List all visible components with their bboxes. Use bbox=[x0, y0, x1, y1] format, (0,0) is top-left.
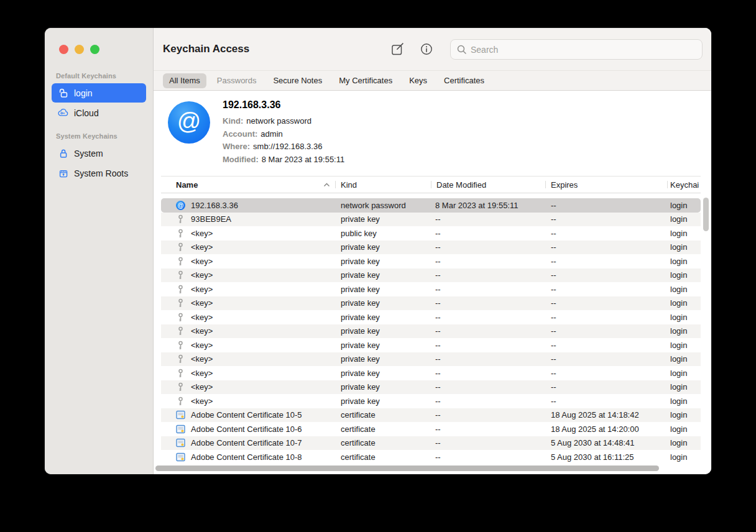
compose-button[interactable] bbox=[390, 42, 404, 56]
row-date-modified: -- bbox=[431, 270, 545, 280]
row-expires: 5 Aug 2030 at 16:11:25 bbox=[545, 452, 667, 462]
key-icon bbox=[176, 298, 185, 308]
window-controls bbox=[59, 45, 99, 54]
row-kind: private key bbox=[335, 397, 431, 406]
row-date-modified: -- bbox=[431, 438, 545, 447]
row-expires: -- bbox=[545, 257, 667, 266]
at-icon: @ bbox=[176, 201, 185, 210]
column-header-date-modified[interactable]: Date Modified bbox=[431, 177, 545, 193]
table-row[interactable]: <key> private key -- -- login bbox=[161, 241, 701, 255]
table-row[interactable]: <key> private key -- -- login bbox=[161, 366, 701, 380]
table-row[interactable]: <key> private key -- -- login bbox=[161, 324, 701, 339]
table-row[interactable]: <key> private key -- -- login bbox=[161, 310, 701, 324]
table-row[interactable]: <key> private key -- -- login bbox=[161, 254, 701, 268]
row-kind: certificate bbox=[335, 424, 431, 434]
key-icon bbox=[176, 257, 185, 266]
column-header-name[interactable]: Name bbox=[161, 177, 335, 193]
row-kind: private key bbox=[335, 382, 431, 392]
info-button[interactable] bbox=[420, 42, 433, 56]
tab[interactable]: Certificates bbox=[438, 73, 491, 88]
key-icon bbox=[176, 382, 185, 392]
row-keychain: login bbox=[667, 397, 701, 406]
table-row[interactable]: <key> private key -- -- login bbox=[161, 352, 701, 367]
search-input[interactable] bbox=[471, 45, 696, 55]
row-keychain: login bbox=[667, 201, 701, 210]
column-header-keychain[interactable]: Keychai bbox=[667, 177, 701, 193]
tab[interactable]: All Items bbox=[163, 73, 206, 88]
tab[interactable]: Keys bbox=[403, 73, 433, 88]
row-name: Adobe Content Certificate 10-7 bbox=[191, 438, 302, 447]
row-date-modified: -- bbox=[431, 285, 545, 294]
key-icon bbox=[176, 214, 185, 224]
tab[interactable]: My Certificates bbox=[333, 73, 399, 88]
network-password-at-icon: @ bbox=[168, 101, 210, 144]
table-row[interactable]: Adobe Content Certificate 10-6 certifica… bbox=[161, 422, 701, 436]
column-header-kind[interactable]: Kind bbox=[335, 177, 431, 193]
search-field bbox=[450, 39, 703, 60]
unlocked-padlock-icon bbox=[57, 87, 69, 99]
sidebar-item-system[interactable]: System bbox=[52, 144, 146, 163]
table-row[interactable]: <key> private key -- -- login bbox=[161, 268, 701, 283]
sort-ascending-icon bbox=[323, 183, 330, 187]
sidebar-item-login[interactable]: login bbox=[52, 83, 146, 103]
tab[interactable]: Passwords bbox=[211, 73, 263, 88]
tab[interactable]: Secure Notes bbox=[267, 73, 328, 88]
certificate-icon bbox=[176, 410, 185, 420]
detail-title: 192.168.3.36 bbox=[223, 99, 344, 111]
row-name: <key> bbox=[191, 229, 213, 238]
key-icon bbox=[176, 354, 185, 364]
detail-field: Where:smb://192.168.3.36 bbox=[223, 140, 344, 154]
table-row[interactable]: <key> private key -- -- login bbox=[161, 282, 701, 296]
horizontal-scrollbar-thumb[interactable] bbox=[155, 466, 659, 471]
row-date-modified: 8 Mar 2023 at 19:55:11 bbox=[431, 201, 545, 210]
row-keychain: login bbox=[667, 257, 701, 266]
row-expires: 18 Aug 2025 at 14:20:00 bbox=[545, 424, 667, 434]
row-expires: -- bbox=[545, 341, 667, 350]
row-name: Adobe Content Certificate 10-6 bbox=[191, 424, 302, 434]
table-row[interactable]: <key> private key -- -- login bbox=[161, 338, 701, 352]
detail-field-label: Account: bbox=[223, 129, 257, 139]
sidebar-item-icloud[interactable]: iCloud bbox=[52, 103, 146, 122]
detail-field-value: admin bbox=[260, 129, 282, 139]
row-keychain: login bbox=[667, 214, 701, 224]
close-window-button[interactable] bbox=[59, 45, 68, 54]
table-row[interactable]: 93BEB9EA private key -- -- login bbox=[161, 213, 701, 227]
row-keychain: login bbox=[667, 326, 701, 336]
table-row[interactable]: Adobe Content Certificate 10-8 certifica… bbox=[161, 450, 701, 464]
row-expires: 5 Aug 2030 at 14:48:41 bbox=[545, 438, 667, 447]
row-name: <key> bbox=[191, 298, 213, 308]
zoom-window-button[interactable] bbox=[90, 45, 99, 54]
row-name: <key> bbox=[191, 369, 213, 378]
minimize-window-button[interactable] bbox=[75, 45, 84, 54]
row-keychain: login bbox=[667, 341, 701, 350]
row-date-modified: -- bbox=[431, 229, 545, 238]
row-expires: 18 Aug 2025 at 14:18:42 bbox=[545, 410, 667, 420]
row-expires: -- bbox=[545, 326, 667, 336]
table-row[interactable]: Adobe Content Certificate 10-5 certifica… bbox=[161, 408, 701, 423]
sidebar-item-label: iCloud bbox=[74, 108, 99, 118]
table-row[interactable]: <key> private key -- -- login bbox=[161, 380, 701, 395]
column-header-expires[interactable]: Expires bbox=[545, 177, 667, 193]
padlock-icon bbox=[57, 147, 69, 159]
row-date-modified: -- bbox=[431, 257, 545, 266]
table-row[interactable]: <key> private key -- -- login bbox=[161, 394, 701, 408]
vertical-scrollbar-thumb[interactable] bbox=[703, 198, 709, 231]
row-name: <key> bbox=[191, 257, 213, 266]
sidebar-item-system-roots[interactable]: System Roots bbox=[52, 163, 146, 183]
table-row[interactable]: <key> private key -- -- login bbox=[161, 296, 701, 311]
row-kind: certificate bbox=[335, 410, 431, 420]
row-date-modified: -- bbox=[431, 313, 545, 322]
row-name: Adobe Content Certificate 10-8 bbox=[191, 452, 302, 462]
table-row[interactable]: <key> public key -- -- login bbox=[161, 226, 701, 241]
key-icon bbox=[176, 285, 185, 294]
detail-field-label: Kind: bbox=[223, 116, 243, 126]
detail-field-label: Where: bbox=[223, 142, 250, 151]
row-kind: private key bbox=[335, 242, 431, 252]
certificate-icon bbox=[176, 424, 185, 434]
row-date-modified: -- bbox=[431, 214, 545, 224]
table-row[interactable]: @ 192.168.3.36 network password 8 Mar 20… bbox=[161, 198, 701, 213]
row-keychain: login bbox=[667, 270, 701, 280]
row-name: <key> bbox=[191, 397, 213, 406]
row-expires: -- bbox=[545, 382, 667, 392]
table-row[interactable]: Adobe Content Certificate 10-7 certifica… bbox=[161, 436, 701, 451]
